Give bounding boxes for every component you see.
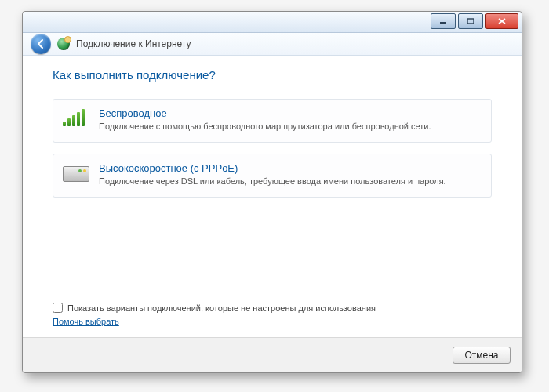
show-all-label: Показать варианты подключений, которые н… — [67, 303, 376, 313]
wifi-icon — [63, 109, 89, 129]
option-wireless[interactable]: Беспроводное Подключение с помощью беспр… — [53, 99, 492, 143]
help-choose-link[interactable]: Помочь выбрать — [53, 317, 119, 326]
show-all-checkbox[interactable] — [53, 303, 63, 313]
page-heading: Как выполнить подключение? — [53, 68, 492, 82]
wizard-window: Подключение к Интернету Как выполнить по… — [22, 11, 522, 373]
wizard-body: Как выполнить подключение? Беспроводное … — [23, 54, 522, 338]
close-button[interactable] — [485, 13, 518, 29]
option-wireless-desc: Подключение с помощью беспроводного марш… — [99, 121, 482, 132]
modem-icon — [63, 164, 89, 184]
svg-rect-1 — [467, 19, 474, 24]
back-arrow-icon — [35, 38, 46, 49]
show-all-row[interactable]: Показать варианты подключений, которые н… — [53, 303, 376, 313]
minimize-icon — [439, 18, 447, 24]
close-icon — [498, 18, 506, 24]
title-bar — [23, 12, 522, 33]
lower-controls: Показать варианты подключений, которые н… — [53, 303, 376, 327]
cancel-button[interactable]: Отмена — [453, 347, 511, 364]
option-pppoe[interactable]: Высокоскоростное (с PPPoE) Подключение ч… — [53, 154, 492, 198]
internet-globe-icon — [57, 38, 70, 50]
option-wireless-title: Беспроводное — [99, 107, 482, 119]
wizard-title: Подключение к Интернету — [76, 38, 191, 49]
minimize-button[interactable] — [431, 13, 456, 29]
svg-rect-0 — [440, 22, 446, 24]
back-button[interactable] — [31, 34, 51, 54]
nav-row: Подключение к Интернету — [23, 33, 522, 56]
option-pppoe-title: Высокоскоростное (с PPPoE) — [99, 162, 482, 174]
maximize-button[interactable] — [458, 13, 483, 29]
option-pppoe-desc: Подключение через DSL или кабель, требую… — [99, 176, 482, 187]
wizard-footer: Отмена — [23, 337, 522, 372]
maximize-icon — [467, 18, 474, 24]
